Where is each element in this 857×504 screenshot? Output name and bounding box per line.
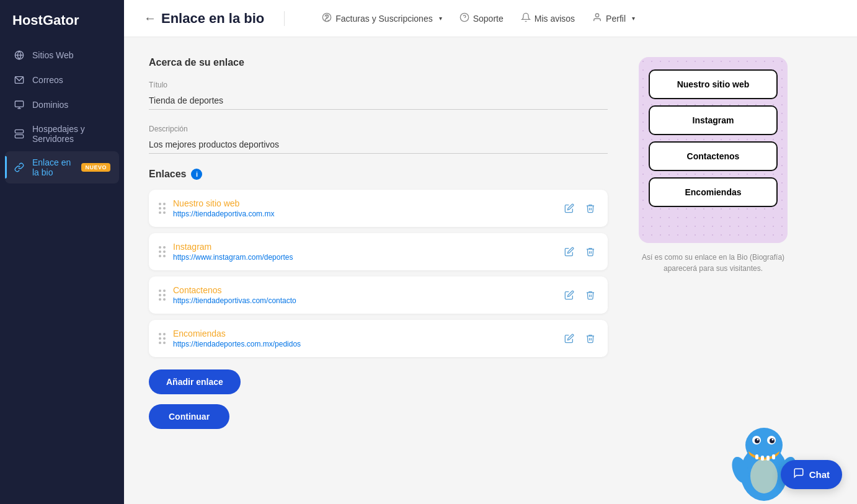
sidebar-item-enlace-bio[interactable]: Enlace en la bio NUEVO — [5, 151, 119, 183]
drag-handle-2[interactable] — [159, 246, 166, 257]
chat-icon — [793, 467, 804, 482]
title-input[interactable] — [149, 92, 608, 110]
link-url-4: https://tiendadeportes.com.mx/pedidos — [173, 340, 554, 348]
mascot-svg — [727, 405, 801, 504]
perfil-label: Perfil — [606, 14, 626, 24]
sidebar-item-dominios[interactable]: Dominios — [5, 93, 119, 117]
sidebar-item-correos[interactable]: Correos — [5, 68, 119, 92]
description-field-group: Descripción — [149, 125, 608, 154]
svg-rect-7 — [15, 135, 23, 138]
delete-link-2-button[interactable] — [583, 244, 598, 259]
link-info-3: Contactenos https://tiendadeportivas.com… — [173, 285, 554, 305]
svg-rect-27 — [761, 456, 764, 461]
info-icon[interactable]: i — [191, 169, 202, 180]
chat-label: Chat — [809, 469, 830, 480]
sidebar-item-sitios-web[interactable]: Sitios Web — [5, 43, 119, 67]
user-icon — [592, 12, 602, 25]
link-name-3: Contactenos — [173, 285, 554, 295]
mail-icon — [14, 74, 25, 86]
link-actions-4 — [562, 331, 598, 346]
preview-caption: Así es como su enlace en la Bio (Biograf… — [633, 252, 794, 274]
svg-rect-6 — [15, 130, 23, 133]
svg-rect-29 — [772, 454, 775, 459]
sidebar-item-label: Enlace en la bio — [32, 157, 74, 177]
svg-point-25 — [750, 459, 778, 493]
link-actions-2 — [562, 244, 598, 259]
sidebar-item-hospedajes[interactable]: Hospedajes y Servidores — [5, 118, 119, 150]
enlaces-header: Enlaces i — [149, 169, 608, 180]
link-card-2: Instagram https://www.instagram.com/depo… — [149, 233, 608, 270]
avisos-nav-item[interactable]: Mis avisos — [513, 9, 582, 29]
nuevo-badge: NUEVO — [81, 163, 110, 172]
svg-rect-28 — [766, 456, 770, 461]
sidebar: HostGator Sitios Web Correos Dominios Ho… — [0, 0, 124, 504]
domain-icon — [14, 99, 25, 110]
sidebar-logo: HostGator — [0, 0, 124, 43]
delete-link-3-button[interactable] — [583, 288, 598, 303]
svg-point-22 — [772, 439, 774, 441]
back-button[interactable]: ← Enlace en la bio — [144, 11, 264, 27]
continue-button[interactable]: Continuar — [149, 404, 229, 429]
drag-handle-3[interactable] — [159, 290, 166, 301]
server-icon — [14, 128, 25, 139]
drag-handle-4[interactable] — [159, 333, 166, 344]
form-area: Acerca de su enlace Título Descripción E… — [149, 57, 608, 484]
sidebar-item-label: Correos — [32, 75, 63, 85]
link-icon — [14, 162, 25, 173]
link-card-3: Contactenos https://tiendadeportivas.com… — [149, 276, 608, 314]
link-info-4: Encomiendas https://tiendadeportes.com.m… — [173, 329, 554, 348]
link-actions-1 — [562, 201, 598, 216]
svg-point-14 — [595, 14, 598, 17]
svg-rect-26 — [755, 454, 758, 459]
delete-link-4-button[interactable] — [583, 331, 598, 346]
edit-link-3-button[interactable] — [562, 288, 577, 303]
link-name-4: Encomiendas — [173, 329, 554, 338]
preview-button-4: Encomiendas — [649, 177, 778, 207]
title-label: Título — [149, 81, 608, 89]
edit-link-2-button[interactable] — [562, 244, 577, 259]
link-url-2: https://www.instagram.com/deportes — [173, 253, 554, 262]
header: ← Enlace en la bio Facturas y Suscripcio… — [124, 0, 857, 37]
soporte-nav-item[interactable]: Soporte — [452, 9, 511, 29]
bell-icon — [521, 12, 531, 25]
sidebar-item-label: Hospedajes y Servidores — [32, 124, 110, 144]
perfil-nav-item[interactable]: Perfil ▾ — [585, 9, 642, 29]
svg-point-19 — [757, 439, 759, 441]
perfil-dropdown-icon: ▾ — [632, 15, 635, 22]
delete-link-1-button[interactable] — [583, 201, 598, 216]
description-input[interactable] — [149, 136, 608, 154]
page-title: Enlace en la bio — [161, 11, 264, 27]
dollar-icon — [322, 12, 332, 25]
sidebar-item-label: Dominios — [32, 100, 68, 110]
facturas-label: Facturas y Suscripciones — [335, 14, 432, 24]
link-name-1: Nuestro sitio web — [173, 198, 554, 208]
question-icon — [460, 12, 469, 25]
description-label: Descripción — [149, 125, 608, 133]
enlaces-section: Enlaces i Nuestro sitio web https://tien… — [149, 169, 608, 357]
link-info-1: Nuestro sitio web https://tiendadeportiv… — [173, 198, 554, 218]
sidebar-item-label: Sitios Web — [32, 50, 74, 60]
link-card-1: Nuestro sitio web https://tiendadeportiv… — [149, 190, 608, 227]
soporte-label: Soporte — [473, 14, 504, 24]
drag-handle-1[interactable] — [159, 203, 166, 214]
avisos-label: Mis avisos — [535, 14, 575, 24]
link-url-3: https://tiendadeportivas.com/contacto — [173, 296, 554, 305]
add-link-button[interactable]: Añadir enlace — [149, 369, 241, 394]
enlaces-label: Enlaces — [149, 169, 186, 180]
svg-rect-3 — [15, 101, 23, 107]
chat-button[interactable]: Chat — [781, 460, 842, 489]
phone-preview: Nuestro sitio web Instagram Contactenos … — [639, 57, 788, 243]
back-arrow-icon: ← — [144, 11, 156, 25]
edit-link-1-button[interactable] — [562, 201, 577, 216]
mascot — [727, 405, 807, 504]
globe-icon — [14, 50, 25, 61]
link-url-1: https://tiendadeportiva.com.mx — [173, 210, 554, 218]
header-divider — [284, 11, 285, 26]
edit-link-4-button[interactable] — [562, 331, 577, 346]
section-title: Acerca de su enlace — [149, 57, 608, 68]
link-info-2: Instagram https://www.instagram.com/depo… — [173, 242, 554, 262]
preview-button-1: Nuestro sitio web — [649, 69, 778, 99]
sidebar-navigation: Sitios Web Correos Dominios Hospedajes y… — [0, 43, 124, 183]
preview-button-2: Instagram — [649, 105, 778, 135]
facturas-nav-item[interactable]: Facturas y Suscripciones ▾ — [314, 9, 449, 29]
